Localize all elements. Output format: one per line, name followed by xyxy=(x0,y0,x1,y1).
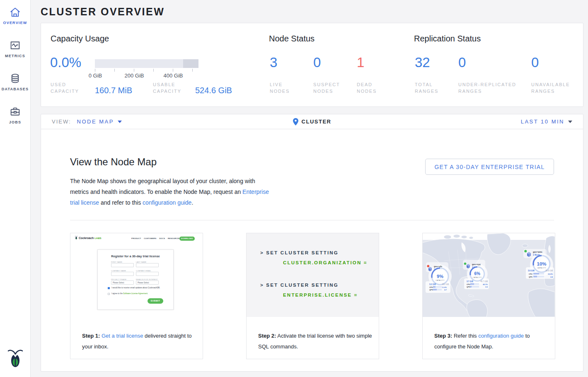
svg-text:42.1%: 42.1% xyxy=(483,283,488,285)
get-trial-license-link[interactable]: Get a trial license xyxy=(102,333,143,339)
dead-nodes-label: DEAD NODES xyxy=(357,81,390,94)
svg-text:6%: 6% xyxy=(474,271,480,276)
axis-tick-label: 400 GiB xyxy=(164,72,183,79)
svg-text:geo=nyc: geo=nyc xyxy=(472,263,481,266)
jobs-icon xyxy=(10,106,21,117)
node-map-preview: geo=sfo 2 Nodes 9% CAPACITY 3.2 GiB 351 … xyxy=(423,233,555,317)
svg-text:CPU: CPU xyxy=(429,286,433,288)
svg-text:0.0: 0.0 xyxy=(485,286,488,288)
under-replicated-value: 0 xyxy=(458,55,466,70)
capacity-percent: 0.0% xyxy=(50,55,81,70)
svg-text:QPS: QPS xyxy=(429,289,433,291)
sidebar-item-metrics[interactable]: METRICS xyxy=(0,40,30,58)
svg-text:3.7 GiB: 3.7 GiB xyxy=(467,280,474,283)
configuration-guide-link-2[interactable]: configuration guide xyxy=(478,333,524,339)
node-map-section: VIEW: NODE MAP CLUSTER LAST 10 MIN View … xyxy=(41,114,583,372)
usable-capacity-label: USABLE CAPACITY xyxy=(153,81,191,94)
suspect-nodes-value: 0 xyxy=(313,55,321,70)
capacity-bar-tail xyxy=(183,59,198,68)
unavailable-label: UNAVAILABLE RANGES xyxy=(531,81,577,94)
home-icon xyxy=(10,7,21,18)
under-replicated-label: UNDER-REPLICATED RANGES xyxy=(458,81,524,94)
sidebar-item-jobs[interactable]: JOBS xyxy=(0,106,30,124)
svg-text:10%: 10% xyxy=(537,261,546,266)
svg-text:CPU: CPU xyxy=(529,273,532,275)
svg-text:351 GiB: 351 GiB xyxy=(442,283,449,285)
sql-code-snippet: > SET CLUSTER SETTING CLUSTER.ORGANIZATI… xyxy=(247,233,379,317)
svg-text:CAPACITY: CAPACITY xyxy=(436,280,445,281)
divider xyxy=(70,220,554,220)
usable-capacity-value: 524.6 GiB xyxy=(195,86,232,95)
cockroach-labs-logo: CockroachLABS xyxy=(75,236,102,239)
step1-caption: Step 1: Get a trial license delivered st… xyxy=(82,331,199,352)
used-capacity-value: 160.7 MiB xyxy=(95,86,132,95)
location-pin-icon xyxy=(293,118,298,126)
step3-card: geo=sfo 2 Nodes 9% CAPACITY 3.2 GiB 351 … xyxy=(422,233,555,359)
enterprise-trial-button[interactable]: GET A 30-DAY ENTERPRISE TRIAL xyxy=(425,159,554,175)
svg-text:11.0%: 11.0% xyxy=(442,286,447,288)
submit-button: SUBMIT xyxy=(148,298,163,304)
view-toolbar: VIEW: NODE MAP CLUSTER LAST 10 MIN xyxy=(41,114,583,129)
live-nodes-label: LIVE NODES xyxy=(270,81,303,94)
sidebar-item-label: OVERVIEW xyxy=(0,21,30,25)
databases-icon xyxy=(10,73,21,84)
sidebar-item-label: JOBS xyxy=(0,120,30,124)
svg-text:CAPACITY: CAPACITY xyxy=(537,267,546,269)
used-capacity-label: USED CAPACITY xyxy=(51,81,85,94)
trial-signup-screenshot: CockroachLABS PRODUCTCUSTOMERSDOCSRESOUR… xyxy=(70,233,203,310)
svg-text:CPU: CPU xyxy=(467,283,470,285)
sidebar-item-databases[interactable]: DATABASES xyxy=(0,73,30,91)
node-map-description: The Node Map shows the geographical layo… xyxy=(70,176,271,208)
step2-caption: Step 2: Activate the trial license with … xyxy=(258,331,375,352)
time-range-dropdown[interactable]: LAST 10 MIN xyxy=(521,118,564,125)
sidebar: OVERVIEW METRICS DATABASES JOBS xyxy=(0,0,31,377)
metrics-icon xyxy=(10,40,21,51)
step3-caption: Step 3: Refer this configuration guide t… xyxy=(434,331,551,352)
svg-text:QPS: QPS xyxy=(467,286,470,288)
sidebar-item-overview[interactable]: OVERVIEW xyxy=(0,7,30,25)
form-title: Register for a 30-day trial license xyxy=(98,254,173,258)
axis-tick-label: 0 GiB xyxy=(89,72,102,79)
node-status-title: Node Status xyxy=(269,34,315,44)
cluster-summary-panel: Capacity Usage 0.0% 0 GiB 200 GiB 400 Gi… xyxy=(41,23,583,107)
dead-nodes-value: 1 xyxy=(357,55,364,70)
total-ranges-value: 32 xyxy=(415,55,430,70)
svg-text:4.7: 4.7 xyxy=(444,289,447,291)
configuration-guide-link[interactable]: configuration guide xyxy=(143,199,191,206)
svg-text:geo=sfo: geo=sfo xyxy=(434,265,442,268)
capacity-usage-title: Capacity Usage xyxy=(51,34,109,44)
main-content: CLUSTER OVERVIEW Capacity Usage 0.0% 0 G… xyxy=(31,0,588,377)
live-nodes-value: 3 xyxy=(270,55,277,70)
svg-text:QPS: QPS xyxy=(529,276,532,278)
sidebar-item-label: DATABASES xyxy=(0,87,30,91)
page-title: CLUSTER OVERVIEW xyxy=(41,6,165,18)
svg-text:45.7 GiB: 45.7 GiB xyxy=(480,280,488,283)
locality-sfo: geo=sfo 2 Nodes 9% CAPACITY 3.2 GiB 351 … xyxy=(426,262,452,293)
svg-text:3.6 GiB: 3.6 GiB xyxy=(528,270,535,272)
axis-tick-label: 200 GiB xyxy=(125,72,144,79)
replication-status-title: Replication Status xyxy=(414,34,481,44)
svg-text:CAPACITY: CAPACITY xyxy=(473,277,482,278)
svg-text:9%: 9% xyxy=(437,274,443,279)
description-text: . xyxy=(191,199,193,206)
total-ranges-label: TOTAL RANGES xyxy=(415,81,448,94)
trial-register-form: Register for a 30-day trial license FIRS… xyxy=(97,249,174,310)
download-button: DOWNLOAD xyxy=(179,237,195,241)
svg-text:3.2 GiB: 3.2 GiB xyxy=(429,283,436,285)
svg-text:geo=ams: geo=ams xyxy=(533,251,542,253)
suspect-nodes-label: SUSPECT NODES xyxy=(313,81,346,94)
svg-text:4.4: 4.4 xyxy=(550,276,553,278)
breadcrumb-cluster: CLUSTER xyxy=(302,118,332,125)
description-text: The Node Map shows the geographical layo… xyxy=(70,178,255,195)
unavailable-value: 0 xyxy=(531,55,539,70)
node-map-panel: View the Node Map The Node Map shows the… xyxy=(41,129,583,371)
chevron-down-icon[interactable] xyxy=(568,121,572,123)
svg-text:36.6 GiB: 36.6 GiB xyxy=(545,270,553,272)
step1-card: CockroachLABS PRODUCTCUSTOMERSDOCSRESOUR… xyxy=(70,233,203,359)
cockroachdb-logo xyxy=(0,348,30,370)
step2-card: > SET CLUSTER SETTING CLUSTER.ORGANIZATI… xyxy=(246,233,379,359)
sidebar-item-label: METRICS xyxy=(0,54,30,58)
description-text: and refer to this xyxy=(99,199,143,206)
node-map-heading: View the Node Map xyxy=(70,156,157,168)
svg-text:53.0%: 53.0% xyxy=(548,273,553,275)
